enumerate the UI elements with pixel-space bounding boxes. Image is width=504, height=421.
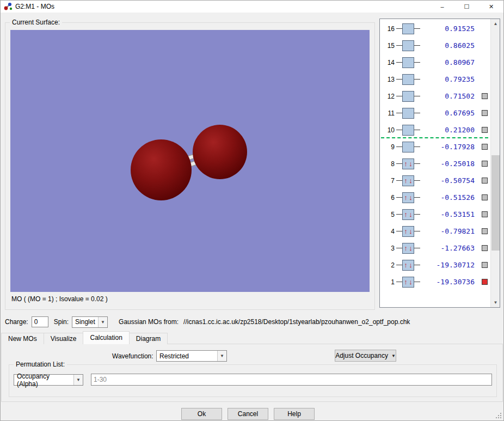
mo-energy-panel: 160.91525150.86025140.80967130.79235120.… xyxy=(379,19,500,308)
adjust-occupancy-button[interactable]: Adjust Occupancy ▼ xyxy=(335,350,396,362)
resize-grip[interactable] xyxy=(496,413,501,418)
mo-select-checkbox[interactable] xyxy=(482,262,488,268)
mo-level-box[interactable] xyxy=(402,74,414,85)
spin-up-arrow: ↑ xyxy=(403,278,408,285)
minimize-button[interactable]: – xyxy=(430,1,454,13)
close-button[interactable]: ✕ xyxy=(479,1,503,13)
maximize-button[interactable]: ☐ xyxy=(454,1,479,13)
mo-level-box[interactable] xyxy=(402,57,414,68)
permutation-list-input[interactable] xyxy=(91,374,492,386)
mo-row[interactable]: 9-0.17928 xyxy=(380,138,490,155)
mo-select-checkbox[interactable] xyxy=(482,178,488,184)
mo-row[interactable]: 110.67695 xyxy=(380,105,490,121)
scroll-up-icon[interactable]: ▲ xyxy=(491,19,500,28)
scrollbar-thumb[interactable] xyxy=(491,155,500,251)
mo-row[interactable]: 6↑↓-0.51526 xyxy=(380,189,490,206)
level-line xyxy=(414,62,420,63)
mo-number: 8 xyxy=(380,160,396,168)
spin-up-arrow: ↑ xyxy=(403,194,408,201)
spin-down-arrow: ↓ xyxy=(408,261,413,269)
mo-row[interactable]: 120.71502 xyxy=(380,88,490,105)
mo-level-box[interactable]: ↑↓ xyxy=(402,175,414,186)
mo-energy-value: -0.53151 xyxy=(420,210,478,218)
title-bar[interactable]: G2:M1 - MOs – ☐ ✕ xyxy=(1,1,503,13)
mo-row[interactable]: 130.79235 xyxy=(380,71,490,88)
mo-select-checkbox[interactable] xyxy=(482,211,488,217)
mo-checkbox-cell xyxy=(478,93,490,99)
tab-new-mos[interactable]: New MOs xyxy=(1,333,44,344)
surface-caption: MO ( (MO = 1) ; Isovalue = 0.02 ) xyxy=(11,295,108,303)
spin-down-arrow: ↓ xyxy=(408,177,413,184)
mo-select-checkbox[interactable] xyxy=(482,127,488,133)
mo-level-box[interactable]: ↑↓ xyxy=(402,226,414,237)
mo-row[interactable]: 2↑↓-19.30712 xyxy=(380,257,490,273)
mo-select-checkbox[interactable] xyxy=(482,279,488,285)
mo-number: 16 xyxy=(380,25,396,33)
level-line xyxy=(396,214,402,215)
level-line xyxy=(414,265,420,265)
mo-level-box[interactable]: ↑↓ xyxy=(402,209,414,220)
molecule-viewport[interactable] xyxy=(10,30,370,292)
level-line xyxy=(396,79,402,80)
mo-select-checkbox[interactable] xyxy=(482,93,488,99)
mo-row[interactable]: 4↑↓-0.79821 xyxy=(380,223,490,240)
current-surface-label: Current Surface: xyxy=(10,19,62,26)
mo-level-box[interactable] xyxy=(402,91,414,102)
mo-select-checkbox[interactable] xyxy=(482,245,488,251)
mo-energy-value: 0.91525 xyxy=(420,25,478,33)
mo-level-box[interactable]: ↑↓ xyxy=(402,192,414,203)
spin-select[interactable]: Singlet ▼ xyxy=(72,316,108,328)
permutation-type-select[interactable]: Occupancy (Alpha) ▼ xyxy=(14,374,83,386)
mo-number: 11 xyxy=(380,109,396,117)
mo-level-box[interactable] xyxy=(402,23,414,34)
mo-number: 1 xyxy=(380,278,396,286)
scroll-down-icon[interactable]: ▼ xyxy=(491,298,500,307)
mo-row[interactable]: 5↑↓-0.53151 xyxy=(380,206,490,223)
mo-row[interactable]: 150.86025 xyxy=(380,37,490,54)
mo-number: 10 xyxy=(380,126,396,134)
wavefunction-select[interactable]: Restricted ▼ xyxy=(156,350,227,362)
mo-row[interactable]: 3↑↓-1.27663 xyxy=(380,240,490,257)
mo-row[interactable]: 7↑↓-0.50754 xyxy=(380,172,490,189)
mo-number: 15 xyxy=(380,42,396,50)
tab-visualize[interactable]: Visualize xyxy=(44,333,84,344)
mo-energy-value: -19.30736 xyxy=(420,278,478,286)
charge-input[interactable] xyxy=(32,316,48,327)
mo-row[interactable]: 160.91525 xyxy=(380,20,490,37)
mo-select-checkbox[interactable] xyxy=(482,144,488,150)
permutation-list-group: Permutation List: Occupancy (Alpha) ▼ xyxy=(9,364,497,397)
spin-up-arrow: ↑ xyxy=(403,261,408,269)
mo-row[interactable]: 1↑↓-19.30736 xyxy=(380,273,490,290)
cancel-button[interactable]: Cancel xyxy=(228,408,268,420)
spin-value: Singlet xyxy=(72,318,98,326)
source-label: Gaussian MOs from: xyxy=(119,318,179,326)
ok-button[interactable]: Ok xyxy=(181,408,222,420)
tab-diagram[interactable]: Diagram xyxy=(129,333,168,344)
spin-down-arrow: ↓ xyxy=(408,245,413,252)
mo-checkbox-cell xyxy=(478,127,490,133)
mo-select-checkbox[interactable] xyxy=(482,110,488,116)
mo-level-box[interactable] xyxy=(402,142,414,152)
mo-row[interactable]: 100.21200 xyxy=(380,121,490,138)
level-line xyxy=(414,231,420,231)
mo-select-checkbox[interactable] xyxy=(482,161,488,167)
level-line xyxy=(396,113,402,113)
mo-level-box[interactable] xyxy=(402,108,414,119)
mo-level-box[interactable] xyxy=(402,40,414,51)
mo-level-box[interactable]: ↑↓ xyxy=(402,260,414,271)
level-line xyxy=(414,79,420,80)
app-icon xyxy=(4,2,13,11)
mo-level-box[interactable]: ↑↓ xyxy=(402,243,414,254)
mo-row[interactable]: 8↑↓-0.25018 xyxy=(380,155,490,172)
mo-select-checkbox[interactable] xyxy=(482,194,488,200)
mo-level-box[interactable] xyxy=(402,125,414,136)
mo-checkbox-cell xyxy=(478,279,490,285)
mo-list-scrollbar[interactable]: ▲ ▼ xyxy=(490,19,500,307)
help-button[interactable]: Help xyxy=(274,408,315,420)
mo-level-box[interactable]: ↑↓ xyxy=(402,158,414,169)
chevron-down-icon: ▼ xyxy=(217,351,226,361)
tab-calculation[interactable]: Calculation xyxy=(83,331,129,344)
mo-row[interactable]: 140.80967 xyxy=(380,54,490,71)
mo-select-checkbox[interactable] xyxy=(482,228,488,234)
mo-level-box[interactable]: ↑↓ xyxy=(402,277,414,288)
